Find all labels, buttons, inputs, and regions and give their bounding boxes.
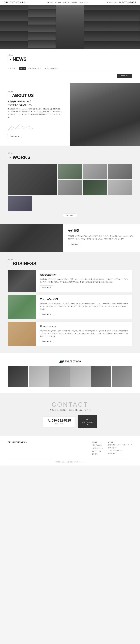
hero-panel-3 (56, 5, 84, 49)
instagram-section: 📷 instagram (0, 353, 140, 393)
arrow-right-icon: › (129, 75, 129, 77)
business-items: 投資型賃貸住宅 投資家様のお役に立つ、独自の人に感じる「設計」は、デザイン性を引… (8, 270, 132, 346)
mountain-sketch (8, 124, 34, 132)
contact-buttons: 📞 046-782-5625 10:01 〜 18:00 ✉ お問い合わせMai… (8, 415, 132, 428)
news-read-more-wrap: Read More › (8, 74, 132, 78)
works-section-meta: 施工事例 (8, 152, 132, 154)
property-section: 物件情報 不動産探しが気になる方はこちらへどうぞ。希めての物件、新しい物件もあり… (0, 224, 140, 252)
business-text-1: 投資家様のお役に立つ、独自の人に感じる「設計」は、デザイン性を引き出し人気を高め… (40, 278, 129, 284)
works-item-4[interactable] (108, 164, 132, 180)
footer-nav-col-2: WORKS お客様建築・リフォームイメージ一覧 お問い合わせ プライバシーポリシ… (108, 441, 132, 455)
hero-panel-5 (112, 5, 140, 49)
works-item-3[interactable] (83, 164, 107, 180)
works-item-2[interactable] (58, 164, 82, 180)
business-read-more-3[interactable]: Read more › (40, 340, 53, 343)
works-item-5[interactable] (58, 180, 82, 196)
news-section-title: - NEWS (8, 56, 132, 62)
property-content: 物件情報 不動産探しが気になる方はこちらへどうぞ。希めての物件、新しい物件もあり… (63, 224, 140, 252)
footer-nav-contact-link[interactable]: お問い合わせ (108, 447, 132, 449)
arrow-right-icon-b2: › (50, 314, 51, 315)
business-section: 事業内容 - BUSINESS 投資型賃貸住宅 投資家様のお役に立つ、独自の人に… (0, 252, 140, 353)
business-title-1: 投資型賃貸住宅 (40, 273, 129, 276)
contact-section: CONTACT ご不明な点やご相談事をお気軽にお問い合わせください。 📞 046… (0, 393, 140, 436)
works-grid (8, 164, 132, 211)
works-heading: 施工事例 - WORKS (8, 152, 132, 160)
instagram-icon: 📷 (59, 359, 64, 363)
site-logo: DELIGHT HOME Co. (4, 1, 28, 4)
footer-nav: 会社概要 お問い合わせ先 アメリカンハウス リノベーション 物件情報 WORKS… (92, 441, 132, 455)
about-image (70, 83, 140, 146)
footer-nav-col-1: 会社概要 お問い合わせ先 アメリカンハウス リノベーション 物件情報 (92, 441, 103, 455)
footer-logo: DELIGHT HOME Co. (8, 441, 28, 455)
dash-before-works: - (10, 155, 13, 160)
about-read-more-button[interactable]: Read more › (8, 135, 22, 138)
footer-nav-privacy[interactable]: プライバシーポリシー (108, 450, 132, 452)
dash-before-about: - (10, 93, 12, 98)
property-read-more-button[interactable]: Read More › (68, 243, 82, 246)
contact-subtitle: ご不明な点やご相談事をお気軽にお問い合わせください。 (8, 409, 132, 412)
header: DELIGHT HOME Co. 会社概要 施工事例 事業内容 物件情報 お問い… (0, 0, 140, 5)
nav-contact[interactable]: お問い合わせ (80, 2, 88, 4)
nav-business[interactable]: 事業内容 (63, 2, 69, 4)
instagram-item-1[interactable] (8, 366, 28, 387)
news-heading: お知らせ - NEWS (8, 54, 132, 62)
header-right: ✉ お問い合わせ 046-742-5625 (107, 1, 136, 4)
about-section-title: - ABOUT US (8, 93, 62, 98)
works-item-6[interactable] (83, 180, 107, 196)
instagram-item-3[interactable] (49, 366, 70, 387)
instagram-title[interactable]: 📷 instagram (8, 359, 132, 363)
instagram-item-5[interactable] (91, 366, 112, 387)
mail-icon: ✉ (107, 2, 108, 3)
property-title: 物件情報 (68, 229, 135, 233)
business-content-2: アメリカンハウス 周囲の建物にない雰囲気を持ち、高い集客力が期待できるような洗練… (36, 294, 132, 319)
phone-number: 046-742-5625 (118, 1, 136, 4)
business-text-2: 周囲の建物にない雰囲気を持ち、高い集客力が期待できるような洗練されたデザインはこ… (40, 302, 129, 311)
footer-bottom: © 2024 デライトホーム株式会社 All Rights Reserved. (8, 459, 132, 463)
news-section-meta: お知らせ (8, 54, 132, 56)
contact-form-button[interactable]: ✉ お問い合わせMail (78, 415, 97, 428)
business-read-more-2[interactable]: Read more › (40, 313, 53, 316)
news-read-more-button[interactable]: Read More › (117, 74, 132, 78)
works-item-1[interactable] (8, 164, 57, 196)
business-item-1: 投資型賃貸住宅 投資家様のお役に立つ、独自の人に感じる「設計」は、デザイン性を引… (8, 270, 132, 292)
arrow-right-icon-property: › (79, 244, 79, 245)
contact-phone-box: 📞 046-782-5625 10:01 〜 18:00 (43, 416, 75, 427)
business-title-3: リノベーション (40, 325, 129, 328)
footer-nav-american[interactable]: アメリカンハウス (92, 447, 103, 449)
works-item-8[interactable] (8, 196, 32, 211)
business-image-2 (8, 294, 36, 319)
works-read-more-button[interactable]: Read more › (63, 214, 77, 217)
works-section-title: - WORKS (8, 155, 132, 160)
instagram-item-6[interactable] (112, 366, 132, 387)
instagram-item-2[interactable] (28, 366, 49, 387)
hero-panel-4 (84, 5, 112, 49)
business-read-more-1[interactable]: Read more › (40, 286, 53, 289)
works-item-7[interactable] (108, 180, 132, 196)
instagram-item-4[interactable] (70, 366, 91, 387)
nav-property[interactable]: 物件情報 (72, 2, 77, 4)
about-subtitle: 木造建築 × 時代のニーズ⇒ お客様の"DELIGHT"へ (8, 100, 62, 106)
business-image-1 (8, 270, 36, 292)
footer-nav-company[interactable]: 会社概要 (92, 441, 103, 443)
arrow-right-icon-b1: › (50, 286, 51, 288)
contact-form-label: お問い合わせMail (82, 422, 93, 426)
footer-nav-property-link[interactable]: 物件情報 (92, 453, 103, 455)
footer-nav-renovation[interactable]: リノベーション (92, 450, 103, 452)
about-section: 会社概要 - ABOUT US 木造建築 × 時代のニーズ⇒ お客様の"DELI… (0, 83, 140, 146)
about-text: 木造建築のプロフェッショナル集団として活躍し、建設業からお客様の視点で、建築と事… (8, 108, 62, 118)
footer-nav-reform[interactable]: お客様建築・リフォームイメージ一覧 (108, 444, 132, 446)
arrow-right-icon-b3: › (50, 341, 51, 342)
contact-icon-link[interactable]: ✉ お問い合わせ (107, 2, 117, 4)
footer-nav-contact-info[interactable]: お問い合わせ先 (92, 444, 103, 446)
dash-before-news: - (10, 56, 13, 62)
footer-nav-sitemap[interactable]: サイトマップ (108, 453, 132, 455)
nav-works[interactable]: 施工事例 (55, 2, 61, 4)
phone-icon: 📞 (48, 419, 51, 422)
works-section: 施工事例 - WORKS Read more (0, 146, 140, 224)
business-title-2: アメリカンハウス (40, 298, 129, 301)
footer-nav-works[interactable]: WORKS (108, 441, 132, 443)
nav-company[interactable]: 会社概要 (47, 2, 52, 4)
hero-section (0, 5, 140, 49)
works-read-more-wrap: Read more › (8, 214, 132, 217)
contact-phone-number: 046-782-5625 (52, 419, 71, 422)
